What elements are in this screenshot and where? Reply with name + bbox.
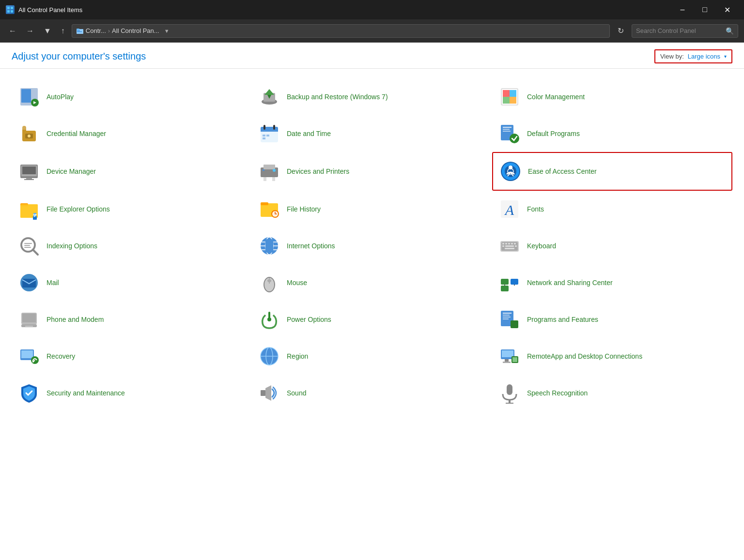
item-date-time[interactable]: Date and Time [252,115,492,152]
svg-rect-123 [502,350,513,357]
svg-rect-45 [24,179,34,180]
item-keyboard[interactable]: Keyboard [492,227,732,264]
folder-icon [76,27,84,35]
sound-icon [258,381,281,405]
item-color-management[interactable]: Color Management [492,78,732,115]
device-manager-label: Device Manager [46,167,96,176]
devices-printers-label: Devices and Printers [287,167,349,176]
item-region[interactable]: Region [252,338,492,375]
search-input[interactable] [636,27,723,34]
fonts-icon: A [498,197,521,221]
svg-rect-101 [501,286,509,291]
svg-rect-6 [77,30,80,31]
svg-rect-131 [509,400,511,403]
address-field[interactable]: Contr... › All Control Pan... ▼ [72,24,610,38]
svg-rect-110 [503,313,512,314]
item-speech-recognition[interactable]: Speech Recognition [492,375,732,411]
item-fonts[interactable]: AFonts [492,191,732,227]
item-mail[interactable]: Mail [12,264,252,301]
phone-modem-label: Phone and Modem [46,315,104,324]
item-programs-features[interactable]: Programs and Features [492,301,732,338]
forward-button[interactable]: → [23,25,37,37]
view-by-chevron-icon[interactable]: ▾ [724,54,727,59]
svg-rect-128 [261,390,265,396]
svg-rect-50 [263,169,264,171]
svg-rect-125 [503,362,511,363]
item-credential-manager[interactable]: Credential Manager [12,115,252,152]
maximize-button[interactable]: □ [694,2,716,17]
breadcrumb-sep1: › [108,27,110,34]
svg-point-51 [273,169,276,172]
item-indexing[interactable]: Indexing Options [12,227,252,264]
search-box[interactable]: 🔍 [632,24,738,38]
power-options-icon [258,308,281,331]
svg-rect-87 [511,243,513,244]
back-button[interactable]: ← [6,25,19,37]
item-mouse[interactable]: Mouse [252,264,492,301]
item-ease-of-access[interactable]: Ease of Access Center [492,152,732,191]
content-header: Adjust your computer's settings View by:… [0,43,744,69]
svg-rect-75 [24,247,31,248]
svg-rect-86 [508,243,510,244]
region-label: Region [287,352,308,361]
internet-options-icon [258,234,281,257]
svg-rect-2 [7,10,10,13]
refresh-button[interactable]: ↻ [614,24,628,37]
svg-rect-91 [515,245,517,247]
phone-modem-icon [17,308,41,331]
default-programs-label: Default Programs [527,129,580,138]
up-button[interactable]: ↑ [58,25,68,37]
item-security-maintenance[interactable]: Security and Maintenance [12,375,252,411]
minimize-button[interactable]: – [671,2,694,17]
item-internet-options[interactable]: Internet Options [252,227,492,264]
default-programs-icon [498,122,521,145]
network-sharing-label: Network and Sharing Center [527,278,613,287]
item-default-programs[interactable]: Default Programs [492,115,732,152]
page-title: Adjust your computer's settings [12,51,146,62]
recent-button[interactable]: ▼ [41,25,54,37]
item-autoplay[interactable]: AutoPlay [12,78,252,115]
search-icon: 🔍 [726,27,734,35]
device-manager-icon [17,160,41,183]
svg-rect-88 [514,243,516,244]
svg-rect-90 [505,245,514,247]
svg-rect-0 [7,7,10,9]
item-network-sharing[interactable]: Network and Sharing Center [492,264,732,301]
item-sound[interactable]: Sound [252,375,492,411]
item-device-manager[interactable]: Device Manager [12,152,252,191]
svg-rect-1 [11,7,13,9]
view-by-control[interactable]: View by: Large icons ▾ [654,49,732,63]
item-backup[interactable]: Backup and Restore (Windows 7) [252,78,492,115]
item-phone-modem[interactable]: Phone and Modem [12,301,252,338]
autoplay-label: AutoPlay [46,92,74,101]
address-chevron-icon[interactable]: ▼ [164,28,170,34]
window-title: All Control Panel Items [18,6,82,14]
svg-rect-31 [264,125,265,130]
programs-features-label: Programs and Features [527,315,598,324]
items-container: AutoPlayBackup and Restore (Windows 7)Co… [0,69,744,560]
svg-rect-112 [503,317,511,318]
file-explorer-label: File Explorer Options [46,205,110,213]
credential-manager-label: Credential Manager [46,129,106,138]
svg-rect-7 [77,31,82,32]
item-remoteapp[interactable]: RemoteApp and Desktop Connections [492,338,732,375]
svg-rect-9 [21,89,31,103]
item-recovery[interactable]: Recovery [12,338,252,375]
svg-rect-21 [510,97,516,104]
item-file-explorer[interactable]: File Explorer Options [12,191,252,227]
ease-of-access-label: Ease of Access Center [528,167,597,176]
svg-rect-74 [24,245,30,246]
item-devices-printers[interactable]: Devices and Printers [252,152,492,191]
item-power-options[interactable]: Power Options [252,301,492,338]
view-by-label: View by: [660,53,684,60]
item-file-history[interactable]: File History [252,191,492,227]
view-by-value[interactable]: Large icons [688,53,720,60]
svg-rect-107 [25,326,33,327]
content-area: Adjust your computer's settings View by:… [0,43,744,560]
items-grid: AutoPlayBackup and Restore (Windows 7)Co… [12,78,732,411]
svg-rect-65 [261,202,268,205]
close-button[interactable]: ✕ [716,2,738,17]
ease-of-access-icon [499,160,522,183]
svg-rect-105 [22,314,36,322]
speech-recognition-icon [498,381,521,405]
